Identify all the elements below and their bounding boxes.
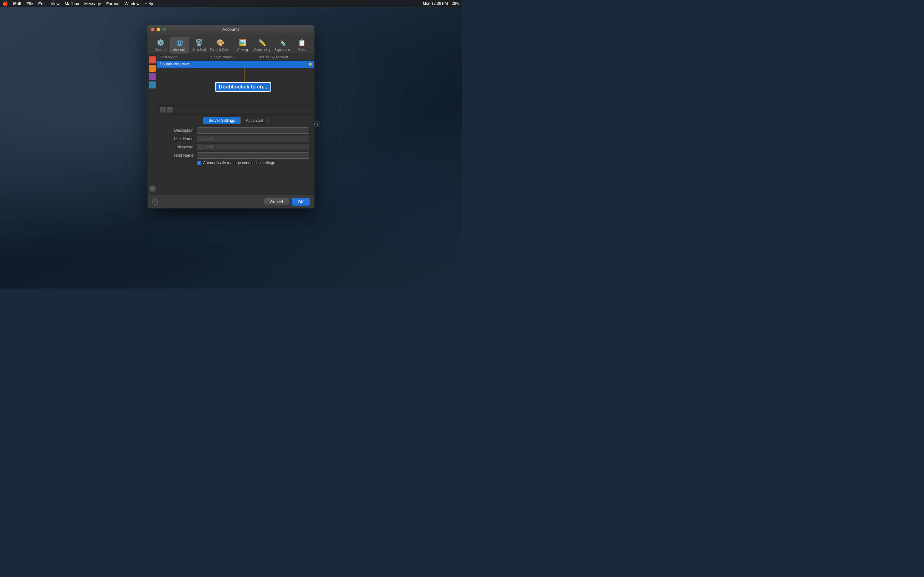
signatures-icon: ✒️ [278, 38, 286, 47]
list-controls: + − [157, 105, 314, 114]
menubar-format[interactable]: Format [106, 1, 120, 6]
minimize-button[interactable] [157, 27, 160, 31]
checkmark-icon: ✓ [198, 161, 200, 164]
hostname-row: Host Name: [162, 152, 309, 159]
sidebar: + [148, 54, 157, 195]
menubar: 🍎 Mail File Edit View Mailbox Message Fo… [0, 0, 462, 7]
server-list[interactable]: Double-click to en... Double-click to en… [157, 61, 314, 105]
settings-form: Description: User Name: Password: Host N… [157, 125, 314, 195]
auto-manage-label: Automatically manage connection settings [203, 161, 275, 165]
auto-manage-checkbox[interactable]: ✓ [197, 161, 201, 165]
col-description-header: Description [160, 55, 211, 59]
add-server-button[interactable]: + [160, 107, 166, 113]
viewing-icon: 🖼️ [238, 38, 247, 47]
remove-server-button[interactable]: − [166, 107, 173, 113]
junk-icon: 🗑️ [194, 38, 204, 47]
hostname-input[interactable] [197, 152, 309, 159]
help-button[interactable]: ? [152, 199, 158, 205]
accounts-dialog: Accounts ⚙️ General @ Accounts 🗑️ Junk M… [148, 25, 314, 208]
toolbar-general-label: General [155, 48, 166, 52]
toolbar: ⚙️ General @ Accounts 🗑️ Junk Mail 🎨 Fon… [148, 34, 314, 54]
username-row: User Name: [162, 135, 309, 142]
fonts-icon: 🎨 [216, 38, 225, 47]
description-input[interactable] [197, 127, 309, 134]
menubar-edit[interactable]: Edit [38, 1, 45, 6]
tab-server-settings[interactable]: Server Settings [203, 117, 240, 124]
menubar-window[interactable]: Window [124, 1, 139, 6]
menubar-battery: 28% [452, 1, 459, 6]
auto-manage-row: ✓ Automatically manage connection settin… [197, 161, 309, 165]
menubar-message[interactable]: Message [84, 1, 101, 6]
toolbar-composing-label: Composing [254, 48, 270, 52]
password-input[interactable] [197, 144, 309, 150]
right-help-button[interactable]: ? [314, 121, 320, 127]
toolbar-general[interactable]: ⚙️ General [151, 37, 170, 53]
tooltip-line-svg [244, 68, 244, 84]
col-server-name-header: Server Name [211, 55, 259, 59]
menubar-time: Mon 12:36 PM [423, 1, 448, 6]
bottom-actions: Cancel OK [264, 198, 310, 206]
password-row: Password: [162, 144, 309, 150]
tooltip-dot [309, 63, 312, 66]
bottom-bar: ? Cancel OK [148, 195, 314, 208]
window-title: Accounts [222, 27, 239, 32]
apple-menu[interactable]: 🍎 [3, 1, 8, 6]
tooltip-text: Double-click to en... [219, 84, 267, 89]
composing-icon: ✏️ [258, 38, 267, 47]
sidebar-add-button[interactable]: + [149, 185, 156, 192]
sidebar-account-1[interactable] [149, 56, 156, 63]
sidebar-account-2[interactable] [149, 65, 156, 72]
sidebar-account-3[interactable] [149, 73, 156, 80]
hostname-label: Host Name: [162, 153, 194, 158]
toolbar-signatures[interactable]: ✒️ Signatures [272, 37, 292, 53]
username-input[interactable] [197, 135, 309, 142]
toolbar-fonts[interactable]: 🎨 Fonts & Colors [208, 37, 233, 53]
toolbar-rules-label: Rules [297, 48, 306, 52]
general-icon: ⚙️ [156, 38, 165, 47]
toolbar-rules[interactable]: 📋 Rules [292, 37, 311, 53]
accounts-icon: @ [175, 38, 184, 47]
toolbar-fonts-label: Fonts & Colors [210, 48, 231, 52]
menubar-file[interactable]: File [26, 1, 33, 6]
toolbar-viewing-label: Viewing [237, 48, 248, 52]
server-description-cell: Double-click to en... [160, 62, 211, 66]
menubar-help[interactable]: Help [145, 1, 153, 6]
toolbar-viewing[interactable]: 🖼️ Viewing [233, 37, 252, 53]
menubar-mailbox[interactable]: Mailbox [65, 1, 79, 6]
cancel-button[interactable]: Cancel [264, 198, 289, 206]
tooltip-area: Double-click to en... [157, 68, 314, 97]
password-label: Password: [162, 145, 194, 149]
toolbar-junk[interactable]: 🗑️ Junk Mail [189, 37, 208, 53]
menubar-view[interactable]: View [51, 1, 60, 6]
titlebar: Accounts [148, 25, 314, 34]
server-list-header: Description Server Name In Use By Accoun… [157, 54, 314, 61]
toolbar-accounts-label: Accounts [173, 48, 186, 52]
tabs: Server Settings Advanced [157, 114, 314, 125]
menubar-mail[interactable]: Mail [13, 1, 21, 6]
toolbar-signatures-label: Signatures [275, 48, 290, 52]
server-row-selected[interactable]: Double-click to en... [157, 61, 314, 68]
username-label: User Name: [162, 137, 194, 141]
content: + Description Server Name In Use By Acco… [148, 54, 314, 195]
maximize-button[interactable] [162, 27, 166, 31]
traffic-lights [151, 27, 166, 31]
description-row: Description: [162, 127, 309, 134]
rules-icon: 📋 [297, 38, 306, 47]
tooltip-box: Double-click to en... [215, 82, 271, 92]
toolbar-accounts[interactable]: @ Accounts [170, 37, 189, 53]
sidebar-account-4[interactable] [149, 81, 156, 89]
menubar-left: 🍎 Mail File Edit View Mailbox Message Fo… [3, 1, 153, 6]
main-panel: Description Server Name In Use By Accoun… [157, 54, 314, 195]
description-label: Description: [162, 128, 194, 133]
toolbar-composing[interactable]: ✏️ Composing [252, 37, 272, 53]
ok-button[interactable]: OK [292, 198, 310, 206]
menubar-right: Mon 12:36 PM 28% [423, 1, 459, 6]
toolbar-junk-label: Junk Mail [192, 48, 206, 52]
close-button[interactable] [151, 27, 155, 31]
col-in-use-header: In Use By Account [259, 55, 312, 59]
tab-advanced[interactable]: Advanced [240, 117, 268, 124]
